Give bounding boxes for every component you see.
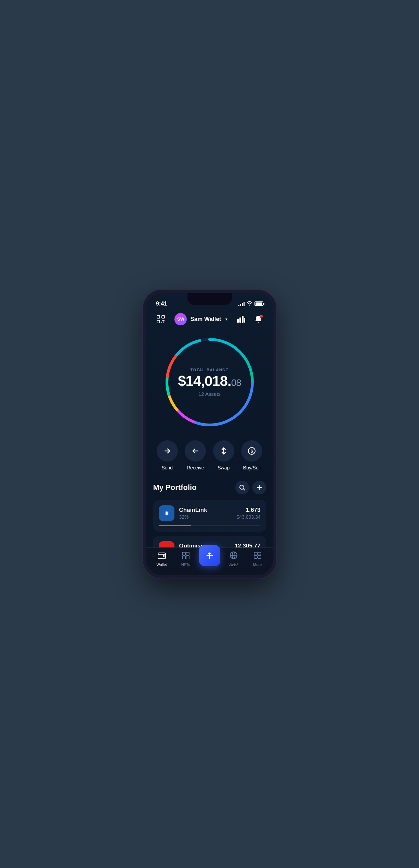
nav-item-more[interactable]: More	[246, 552, 270, 567]
receive-label: Receive	[187, 465, 204, 470]
more-nav-label: More	[253, 562, 262, 567]
svg-rect-47	[258, 556, 261, 558]
balance-assets-count: 12 Assets	[178, 391, 241, 397]
wallet-nav-icon	[158, 552, 166, 561]
svg-rect-2	[157, 320, 160, 323]
chainlink-usd: $43,003.34	[236, 514, 260, 520]
search-button[interactable]	[235, 481, 249, 494]
wifi-icon	[247, 301, 252, 307]
svg-rect-32	[163, 555, 165, 557]
nfts-nav-icon	[182, 552, 190, 561]
svg-point-24	[240, 485, 244, 489]
chainlink-progress-bar	[159, 525, 261, 526]
scan-icon[interactable]	[155, 313, 167, 325]
web3-nav-icon	[230, 551, 238, 561]
svg-text:$: $	[251, 449, 253, 454]
swap-icon	[213, 440, 234, 462]
balance-info: TOTAL BALANCE $14,018.08 12 Assets	[178, 367, 241, 397]
user-selector[interactable]: SW Sam Wallet ▾	[174, 313, 227, 325]
nav-item-wallet[interactable]: Wallet	[150, 552, 174, 567]
chainlink-amount: 1.673	[236, 507, 260, 514]
chainlink-percentage: 32%	[179, 514, 232, 520]
header-actions	[235, 313, 264, 325]
chainlink-icon	[159, 505, 174, 521]
send-button[interactable]: Send	[157, 440, 178, 470]
svg-rect-45	[258, 552, 261, 555]
balance-label: TOTAL BALANCE	[178, 367, 241, 372]
buysell-icon: $	[241, 440, 262, 462]
svg-rect-33	[182, 552, 185, 555]
balance-circle: TOTAL BALANCE $14,018.08 12 Assets	[162, 334, 258, 430]
svg-rect-10	[244, 318, 245, 323]
balance-section: TOTAL BALANCE $14,018.08 12 Assets	[146, 331, 273, 437]
more-nav-icon	[253, 552, 262, 561]
svg-rect-1	[162, 315, 165, 318]
user-name: Sam Wallet	[190, 316, 221, 323]
receive-button[interactable]: Receive	[185, 440, 206, 470]
notification-bell-icon[interactable]	[252, 313, 264, 325]
svg-rect-35	[182, 556, 185, 559]
nav-item-nfts[interactable]: NFTs	[174, 552, 198, 567]
send-icon	[157, 440, 178, 462]
status-time: 9:41	[156, 300, 167, 307]
send-label: Send	[161, 465, 173, 470]
svg-line-25	[244, 489, 245, 490]
chainlink-name: ChainLink	[179, 507, 232, 514]
battery-icon	[254, 301, 263, 306]
status-icons	[238, 301, 263, 307]
notification-badge	[260, 314, 263, 318]
swap-button[interactable]: Swap	[213, 440, 234, 470]
svg-rect-36	[186, 556, 189, 559]
portfolio-title: My Portfolio	[153, 483, 197, 492]
wallet-nav-label: Wallet	[156, 562, 167, 567]
svg-rect-0	[157, 315, 160, 318]
svg-rect-34	[186, 552, 189, 555]
portfolio-actions	[235, 481, 266, 494]
svg-rect-44	[254, 552, 257, 555]
nfts-nav-label: NFTs	[181, 562, 190, 567]
phone-frame: 9:41	[143, 290, 276, 579]
buysell-button[interactable]: $ Buy/Sell	[241, 440, 262, 470]
svg-rect-8	[239, 318, 241, 323]
asset-card-chainlink[interactable]: ChainLink 32% 1.673 $43,003.34	[153, 500, 266, 532]
buysell-label: Buy/Sell	[243, 465, 261, 470]
svg-rect-30	[166, 511, 168, 515]
avatar: SW	[174, 313, 187, 325]
add-asset-button[interactable]	[252, 481, 266, 494]
chainlink-values: 1.673 $43,003.34	[236, 507, 260, 520]
svg-rect-46	[254, 556, 257, 558]
chainlink-info: ChainLink 32%	[179, 507, 232, 520]
chart-icon[interactable]	[235, 313, 247, 325]
chainlink-bar-fill	[159, 525, 191, 526]
chevron-down-icon: ▾	[225, 317, 227, 322]
phone-screen: 9:41	[146, 293, 273, 575]
nav-item-center[interactable]	[198, 552, 222, 566]
actions-row: Send Receive	[146, 437, 273, 481]
svg-rect-9	[242, 316, 244, 323]
receive-icon	[185, 440, 206, 462]
bottom-nav: Wallet NFTs	[146, 547, 273, 575]
portfolio-header: My Portfolio	[153, 481, 266, 494]
header: SW Sam Wallet ▾	[146, 310, 273, 331]
notch	[187, 293, 232, 305]
center-action-button[interactable]	[199, 545, 220, 566]
signal-icon	[238, 301, 245, 306]
web3-nav-label: Web3	[228, 563, 238, 567]
swap-label: Swap	[218, 465, 230, 470]
balance-amount: $14,018.08	[178, 374, 241, 388]
svg-rect-7	[237, 319, 239, 323]
nav-item-web3[interactable]: Web3	[222, 551, 246, 567]
